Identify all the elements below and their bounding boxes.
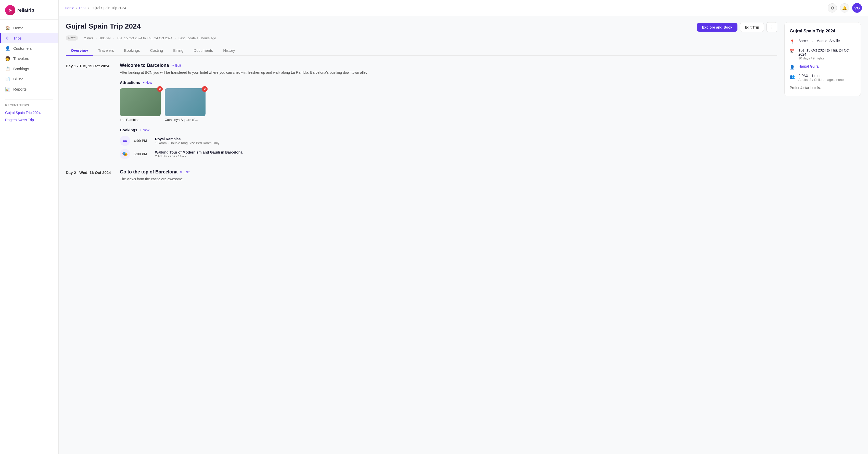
tab-overview[interactable]: Overview: [66, 46, 93, 56]
tab-travelers[interactable]: Travelers: [93, 46, 119, 56]
day-content-day1: Welcome to Barcelona ✏ EditAfter landing…: [120, 63, 777, 159]
settings-icon-button[interactable]: ⚙: [828, 3, 837, 12]
travelers-icon: 🧑: [5, 56, 10, 61]
header-actions: Explore and Book Edit Trip ⋮: [697, 22, 777, 32]
logo-icon: ➤: [5, 5, 15, 15]
group-icon: 👥: [790, 74, 795, 82]
attraction-name-attr2: Catalunya Square (P...: [165, 118, 206, 122]
booking-time-bk1: 4:00 PM: [134, 139, 152, 143]
tab-billing[interactable]: Billing: [168, 46, 188, 56]
calendar-icon: 📅: [790, 49, 795, 60]
billing-icon: 📄: [5, 76, 10, 81]
remove-attraction-attr1[interactable]: ×: [157, 86, 163, 92]
add-attraction-day1[interactable]: + New: [143, 81, 152, 84]
status-badge: Draft: [66, 35, 78, 40]
sidebar-item-travelers[interactable]: 🧑Travelers: [0, 53, 58, 63]
breadcrumb-current: Gujral Spain Trip 2024: [91, 6, 126, 10]
trip-meta: Draft · 2 PAX · 10D/9N · Tue, 15 Oct 202…: [66, 35, 777, 40]
edit-event-day2[interactable]: ✏ Edit: [180, 170, 189, 174]
tab-history[interactable]: History: [218, 46, 240, 56]
page-title: Gujral Spain Trip 2024: [66, 22, 141, 30]
trip-detail-title: Gujral Spain Trip 2024: [790, 29, 856, 34]
edit-trip-button[interactable]: Edit Trip: [740, 23, 764, 32]
event-title-day2: Go to the top of Barcelona: [120, 169, 178, 175]
booking-icon-bk2: 🎭: [120, 149, 130, 159]
breadcrumb-link-1[interactable]: Trips: [79, 6, 87, 10]
main-column: Gujral Spain Trip 2024 Explore and Book …: [66, 22, 777, 448]
sidebar-divider: [5, 99, 53, 99]
logo-area: ➤ reliatrip: [0, 0, 58, 20]
booking-detail-bk2: 2 Adults - ages 11-99: [155, 154, 243, 158]
tab-costing[interactable]: Costing: [145, 46, 168, 56]
sidebar-item-billing[interactable]: 📄Billing: [0, 74, 58, 84]
avatar-button[interactable]: VG: [852, 3, 862, 13]
recent-trips-section: Recent Trips Gujral Spain Trip 2024Roger…: [0, 101, 58, 125]
day-label-day1: Day 1 - Tue, 15 Oct 2024: [66, 63, 112, 159]
sidebar-label-customers: Customers: [13, 46, 32, 51]
right-sidebar: Gujral Spain Trip 2024 📍 Barcelona, Madr…: [784, 22, 861, 96]
pax-row: 👥 2 PAX - 1 room Adults: 2 / Children ag…: [790, 74, 856, 82]
page-header-row: Gujral Spain Trip 2024 Explore and Book …: [66, 22, 777, 33]
person-icon: 👤: [790, 65, 795, 70]
booking-bk1: 🛏 4:00 PM Royal Ramblas 1 Room - Double …: [120, 136, 777, 146]
trip-duration: 10D/9N: [99, 36, 111, 40]
breadcrumb-link-0[interactable]: Home: [65, 6, 74, 10]
bookings-icon: 📋: [5, 66, 10, 71]
home-icon: 🏠: [5, 25, 10, 30]
notifications-icon-button[interactable]: 🔔: [840, 3, 849, 12]
sidebar-item-trips[interactable]: ✈Trips: [0, 33, 58, 43]
topbar: Home›Trips›Gujral Spain Trip 2024 ⚙ 🔔 VG: [59, 0, 868, 16]
attraction-attr2: ×Catalunya Square (P...: [165, 88, 206, 122]
sidebar-item-home[interactable]: 🏠Home: [0, 23, 58, 33]
recent-trip-rogers[interactable]: Rogers Swiss Trip: [5, 116, 53, 123]
sidebar-item-bookings[interactable]: 📋Bookings: [0, 63, 58, 74]
panel-dates: Tue, 15 Oct 2024 to Thu, 24 Oct 2024: [798, 48, 856, 56]
event-title-day1: Welcome to Barcelona: [120, 63, 169, 68]
add-booking-day1[interactable]: + New: [140, 128, 149, 132]
sidebar-item-customers[interactable]: 👤Customers: [0, 43, 58, 53]
sidebar-label-billing: Billing: [13, 77, 24, 81]
sidebar-label-reports: Reports: [13, 87, 27, 91]
location-icon: 📍: [790, 39, 795, 44]
recent-trip-gujral[interactable]: Gujral Spain Trip 2024: [5, 109, 53, 116]
location-row: 📍 Barcelona, Madrid, Seville: [790, 39, 856, 44]
event-desc-day1: After landing at BCN you will be transfe…: [120, 70, 777, 75]
booking-detail-bk1: 1 Room - Double King Size Bed Room Only: [155, 141, 219, 145]
booking-time-bk2: 6:00 PM: [134, 152, 152, 156]
explore-book-button[interactable]: Explore and Book: [697, 23, 738, 32]
panel-nights: 10 days / 9 nights: [798, 56, 856, 60]
location-text: Barcelona, Madrid, Seville: [798, 39, 840, 43]
booking-icon-bk1: 🛏: [120, 136, 130, 146]
booking-name-bk2: Walking Tour of Modernism and Gaudi in B…: [155, 150, 243, 154]
attraction-attr1: ×Las Ramblas: [120, 88, 161, 122]
trip-pax: 2 PAX: [84, 36, 93, 40]
remove-attraction-attr2[interactable]: ×: [202, 86, 208, 92]
sidebar-label-travelers: Travelers: [13, 56, 29, 61]
sidebar-nav: 🏠Home✈Trips👤Customers🧑Travelers📋Bookings…: [0, 20, 58, 97]
trip-dates: Tue, 15 Oct 2024 to Thu, 24 Oct 2024: [117, 36, 173, 40]
days-container: Day 1 - Tue, 15 Oct 2024Welcome to Barce…: [66, 63, 777, 187]
sidebar: ➤ reliatrip 🏠Home✈Trips👤Customers🧑Travel…: [0, 0, 59, 454]
day-content-day2: Go to the top of Barcelona ✏ EditThe vie…: [120, 169, 777, 187]
more-options-button[interactable]: ⋮: [767, 22, 777, 32]
page-content: Gujral Spain Trip 2024 Explore and Book …: [59, 16, 868, 454]
breadcrumb: Home›Trips›Gujral Spain Trip 2024: [65, 6, 126, 10]
traveler-name[interactable]: Harpal Gujral: [798, 64, 819, 68]
day-section-day2: Day 2 - Wed, 16 Oct 2024Go to the top of…: [66, 169, 777, 187]
edit-event-day1[interactable]: ✏ Edit: [172, 63, 181, 67]
sidebar-item-reports[interactable]: 📊Reports: [0, 84, 58, 94]
customers-icon: 👤: [5, 46, 10, 51]
attraction-name-attr1: Las Ramblas: [120, 118, 161, 122]
topbar-icons: ⚙ 🔔 VG: [828, 3, 862, 13]
day-section-day1: Day 1 - Tue, 15 Oct 2024Welcome to Barce…: [66, 63, 777, 159]
tab-bookings[interactable]: Bookings: [119, 46, 145, 56]
main-area: Home›Trips›Gujral Spain Trip 2024 ⚙ 🔔 VG…: [59, 0, 868, 454]
adults-text: Adults: 2 / Children ages: none: [798, 78, 844, 82]
tab-documents[interactable]: Documents: [188, 46, 218, 56]
event-desc-day2: The views from the castle are awesome: [120, 176, 777, 182]
traveler-row: 👤 Harpal Gujral: [790, 64, 856, 70]
sidebar-label-home: Home: [13, 26, 24, 30]
trip-last-update: Last update 16 hours ago: [179, 36, 216, 40]
recent-trips-list: Gujral Spain Trip 2024Rogers Swiss Trip: [5, 109, 53, 123]
pax-text: 2 PAX - 1 room: [798, 74, 844, 78]
